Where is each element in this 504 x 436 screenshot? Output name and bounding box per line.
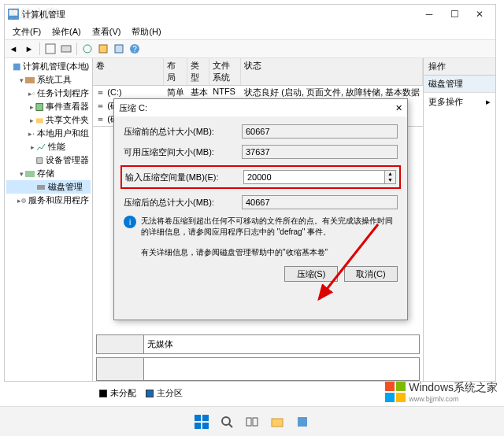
pinned-app-icon[interactable] [291, 411, 313, 433]
tool-btn-4[interactable] [96, 42, 110, 56]
svg-text:?: ? [132, 45, 137, 54]
tree-device-manager[interactable]: 设备管理器 [6, 153, 91, 167]
disk-graphic-area: 无媒体 未分配 主分区 [93, 331, 423, 405]
svg-rect-32 [246, 418, 251, 426]
actions-group-disk: 磁盘管理 [424, 76, 495, 93]
explorer-icon[interactable] [266, 411, 288, 433]
input-shrink-amount[interactable] [243, 170, 385, 184]
svg-rect-3 [61, 46, 71, 52]
help-button[interactable]: ? [128, 42, 142, 56]
svg-rect-34 [272, 419, 283, 427]
svg-rect-1 [9, 10, 18, 16]
disk-table-header: 卷 布局 类型 文件系统 状态 [93, 58, 423, 86]
tool-btn-5[interactable] [112, 42, 126, 56]
tree-storage[interactable]: ▾存储 [6, 167, 91, 180]
task-view-icon[interactable] [241, 411, 263, 433]
tree-shared-folders[interactable]: ▸共享文件夹 [6, 113, 91, 127]
actions-more[interactable]: 更多操作▸ [424, 93, 495, 111]
tree-task-scheduler[interactable]: ▸任务计划程序 [6, 87, 91, 100]
input-after-size [242, 195, 398, 209]
col-volume[interactable]: 卷 [93, 58, 164, 85]
dialog-title-text: 压缩 C: [119, 102, 147, 114]
table-row[interactable]: ＝ (C:) 简单 基本 NTFS 状态良好 (启动, 页面文件, 故障转储, … [93, 86, 423, 99]
svg-rect-18 [37, 185, 45, 190]
menubar: 文件(F) 操作(A) 查看(V) 帮助(H) [5, 24, 495, 39]
svg-rect-2 [46, 44, 55, 54]
info-text-1: 无法将卷压缩到超出任何不可移动的文件所在的点。有关完成该操作时间的详细信息，请参… [141, 216, 398, 238]
app-icon [8, 9, 19, 20]
svg-rect-17 [25, 171, 35, 177]
tree-panel: 计算机管理(本地) ▾系统工具 ▸任务计划程序 ▸事件查看器 ▸共享文件夹 ▸本… [5, 58, 93, 381]
tool-btn-1[interactable] [43, 42, 57, 56]
svg-rect-13 [36, 118, 43, 123]
toolbar: ◄ ► ? [5, 39, 495, 58]
shrink-dialog: 压缩 C: ✕ 压缩前的总计大小(MB): 可用压缩空间大小(MB): 输入压缩… [113, 98, 408, 320]
tree-root[interactable]: 计算机管理(本地) [6, 60, 91, 73]
svg-rect-10 [25, 77, 35, 83]
tree-services[interactable]: ▸服务和应用程序 [6, 194, 91, 207]
cancel-button[interactable]: 取消(C) [344, 266, 398, 282]
highlight-row: 输入压缩空间量(MB)(E): ▲ ▼ [120, 165, 401, 189]
svg-rect-29 [202, 423, 209, 429]
label-avail-size: 可用压缩空间大小(MB): [124, 146, 242, 158]
tool-btn-2[interactable] [59, 42, 73, 56]
disk-block[interactable] [96, 357, 420, 381]
forward-button[interactable]: ► [22, 42, 36, 56]
titlebar: 计算机管理 ─ ☐ ✕ [5, 5, 495, 24]
window-title: 计算机管理 [22, 9, 417, 20]
svg-point-14 [33, 132, 34, 133]
menu-action[interactable]: 操作(A) [47, 24, 86, 39]
label-shrink-amount: 输入压缩空间量(MB)(E): [125, 172, 243, 183]
chevron-right-icon: ▸ [486, 97, 491, 107]
disk-block[interactable]: 无媒体 [96, 334, 420, 354]
dialog-close-button[interactable]: ✕ [395, 103, 402, 113]
label-before-size: 压缩前的总计大小(MB): [124, 126, 242, 138]
svg-rect-35 [298, 417, 307, 427]
svg-point-4 [83, 45, 91, 53]
menu-view[interactable]: 查看(V) [87, 24, 126, 39]
col-status[interactable]: 状态 [241, 58, 423, 85]
search-icon[interactable] [216, 411, 238, 433]
info-icon: i [124, 216, 136, 228]
tree-system-tools[interactable]: ▾系统工具 [6, 73, 91, 87]
info-text-2: 有关详细信息，请参阅磁盘管理帮助中的"收缩基本卷" [141, 247, 398, 258]
svg-rect-12 [36, 103, 43, 110]
tree-local-users[interactable]: ▸本地用户和组 [6, 127, 91, 140]
back-button[interactable]: ◄ [6, 42, 20, 56]
actions-header: 操作 [424, 58, 495, 76]
svg-point-11 [32, 92, 35, 94]
menu-help[interactable]: 帮助(H) [127, 24, 165, 39]
label-after-size: 压缩后的总计大小(MB): [124, 197, 242, 209]
input-before-size [242, 124, 398, 139]
start-button[interactable] [191, 411, 213, 433]
svg-rect-33 [253, 418, 258, 426]
col-layout[interactable]: 布局 [164, 58, 187, 85]
tree-performance[interactable]: ▸性能 [6, 140, 91, 153]
svg-rect-6 [115, 45, 123, 53]
svg-rect-16 [36, 157, 42, 163]
menu-file[interactable]: 文件(F) [8, 24, 46, 39]
svg-point-30 [222, 417, 230, 425]
svg-rect-26 [195, 415, 201, 421]
actions-panel: 操作 磁盘管理 更多操作▸ [424, 58, 495, 381]
shrink-button[interactable]: 压缩(S) [284, 266, 338, 282]
svg-rect-27 [202, 415, 209, 421]
spinner-down[interactable]: ▼ [385, 177, 395, 183]
refresh-button[interactable] [80, 42, 94, 56]
tree-event-viewer[interactable]: ▸事件查看器 [6, 100, 91, 113]
svg-line-31 [229, 424, 232, 427]
dialog-titlebar: 压缩 C: ✕ [114, 99, 407, 116]
close-button[interactable]: ✕ [467, 6, 492, 23]
svg-rect-28 [195, 423, 201, 429]
input-avail-size [242, 145, 398, 159]
maximize-button[interactable]: ☐ [442, 6, 467, 23]
spinner-up[interactable]: ▲ [385, 171, 395, 177]
minimize-button[interactable]: ─ [417, 6, 442, 23]
legend: 未分配 主分区 [96, 384, 420, 402]
tree-disk-management[interactable]: 磁盘管理 [6, 180, 91, 194]
svg-rect-5 [99, 45, 107, 53]
col-filesystem[interactable]: 文件系统 [209, 58, 241, 85]
svg-rect-15 [33, 134, 35, 135]
svg-rect-9 [13, 63, 20, 70]
col-type[interactable]: 类型 [187, 58, 209, 85]
